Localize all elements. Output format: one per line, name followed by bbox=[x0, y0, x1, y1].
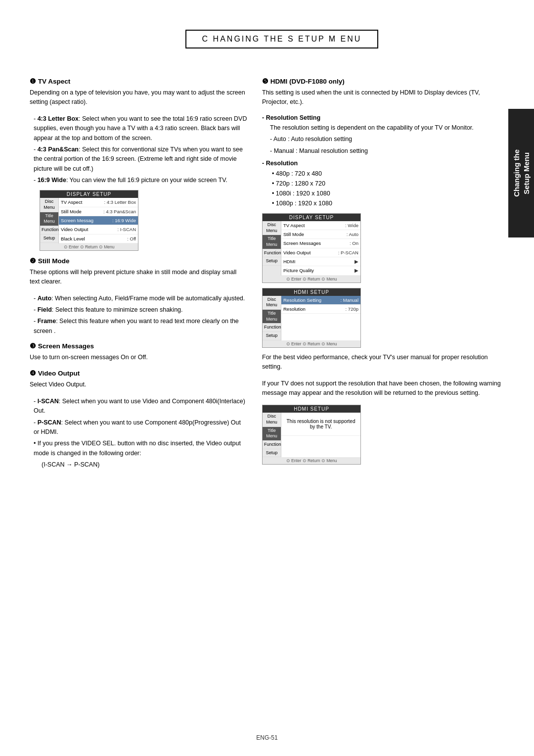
display-row-2: Still Mode : 4:3 Pan&Scan bbox=[59, 207, 138, 216]
sidebar-setup: Setup bbox=[40, 235, 58, 243]
hdmi-warn-body: DiscMenu TitleMenu Function Setup This r… bbox=[263, 413, 360, 457]
tv-aspect-bullet-3: - 16:9 Wide: You can view the full 16:9 … bbox=[34, 176, 247, 185]
still-mode-title: ❷ Still Mode bbox=[30, 257, 247, 265]
section-hdmi: ❺ HDMI (DVD-F1080 only) This setting is … bbox=[262, 77, 504, 465]
display-table-2-body: DiscMenu TitleMenu Function Setup TV Asp… bbox=[263, 221, 360, 276]
warning-text: If your TV does not support the resoluti… bbox=[262, 379, 504, 398]
res-1080i: • 1080i : 1920 x 1080 bbox=[272, 189, 504, 198]
ht-function: Function bbox=[263, 324, 281, 332]
resolution-auto: - Auto : Auto resolution setting bbox=[270, 135, 504, 144]
hw-function: Function bbox=[263, 441, 281, 449]
still-mode-bullet-3: - Frame: Select this feature when you wa… bbox=[34, 317, 247, 336]
tv-aspect-bullet-1: - 4:3 Letter Box: Select when you want t… bbox=[34, 114, 247, 143]
left-column: ❶ TV Aspect Depending on a type of telev… bbox=[30, 77, 247, 475]
video-output-extra-1: • If you press the VIDEO SEL. button wit… bbox=[34, 439, 247, 458]
hdmi-row-2: Resolution : 720p bbox=[281, 305, 360, 314]
side-tab: Changing theSetup Menu bbox=[508, 109, 534, 237]
tv-aspect-body: Depending on a type of television you ha… bbox=[30, 88, 247, 107]
display-table-1-body: DiscMenu TitleMenu Function Setup TV Asp… bbox=[40, 198, 138, 243]
display-table-1: DISPLAY SETUP DiscMenu TitleMenu Functio… bbox=[40, 190, 138, 250]
hdmi-warn-table: HDMI SETUP DiscMenu TitleMenu Function S… bbox=[262, 405, 361, 465]
hdmi-setup-content: Resolution Setting : Manual Resolution :… bbox=[281, 296, 360, 340]
display-row-4: Video Output : I-SCAN bbox=[59, 225, 138, 234]
resolution-setting-body: The resolution setting is dependent on t… bbox=[270, 123, 504, 133]
tv-aspect-title: ❶ TV Aspect bbox=[30, 77, 247, 85]
hdmi-warn-footer: ⊙ Enter ⊙ Return ⊙ Menu bbox=[263, 457, 360, 464]
display-row-1: TV Aspect : 4:3 Letter Box bbox=[59, 198, 138, 207]
dt2-row-2: Still Mode : Auto bbox=[281, 230, 360, 239]
hdmi-table-sidebar: DiscMenu TitleMenu Function Setup bbox=[263, 296, 281, 340]
hdmi-warn-header: HDMI SETUP bbox=[263, 405, 360, 413]
dt2-row-4: Video Output : P-SCAN bbox=[281, 248, 360, 257]
page-number: ENG-51 bbox=[256, 734, 277, 741]
video-output-body: Select Video Output. bbox=[30, 380, 247, 389]
dt2-disc-menu: DiscMenu bbox=[263, 221, 281, 235]
section-tv-aspect: ❶ TV Aspect Depending on a type of telev… bbox=[30, 77, 247, 251]
dt2-row-1: TV Aspect : Wide bbox=[281, 221, 360, 230]
screen-messages-body: Use to turn on-screen messages On or Off… bbox=[30, 353, 247, 362]
display-table-2-header: DISPLAY SETUP bbox=[263, 214, 360, 221]
hw-setup: Setup bbox=[263, 449, 281, 458]
display-row-3: Screen Messag : 16:9 Wide bbox=[59, 216, 138, 225]
sidebar-disc-menu: DiscMenu bbox=[40, 198, 58, 212]
video-output-bullet-2: - P-SCAN: Select when you want to use Co… bbox=[34, 418, 247, 437]
side-tab-text: Changing theSetup Menu bbox=[512, 149, 531, 197]
ht-setup: Setup bbox=[263, 332, 281, 340]
hw-title-menu: TitleMenu bbox=[263, 427, 281, 441]
still-mode-bullet-1: - Auto: When selecting Auto, Field/Frame… bbox=[34, 294, 247, 303]
display-table-2-content: TV Aspect : Wide Still Mode : Auto Scree… bbox=[281, 221, 360, 276]
screen-messages-title: ❸ Screen Messages bbox=[30, 342, 247, 350]
ht-disc-menu: DiscMenu bbox=[263, 296, 281, 310]
video-output-title: ❹ Video Output bbox=[30, 369, 247, 377]
res-720p: • 720p : 1280 x 720 bbox=[272, 179, 504, 189]
ht-title-menu: TitleMenu bbox=[263, 310, 281, 324]
dt2-row-6: Picture Quality ▶ bbox=[281, 266, 360, 275]
hdmi-row-1: Resolution Setting : Manual bbox=[281, 296, 360, 305]
section-screen-messages: ❸ Screen Messages Use to turn on-screen … bbox=[30, 342, 247, 362]
hdmi-body: This setting is used when the unit is co… bbox=[262, 88, 504, 107]
page-title: C HANGING THE S ETUP M ENU bbox=[202, 35, 362, 43]
display-table-2-footer: ⊙ Enter ⊙ Return ⊙ Menu bbox=[263, 276, 360, 283]
resolution-setting-title: - Resolution Setting bbox=[262, 114, 504, 121]
hdmi-setup-body: DiscMenu TitleMenu Function Setup Resolu… bbox=[263, 296, 360, 340]
title-box: C HANGING THE S ETUP M ENU bbox=[185, 30, 379, 48]
display-table-1-footer: ⊙ Enter ⊙ Return ⊙ Menu bbox=[40, 243, 138, 250]
display-table-2-sidebar: DiscMenu TitleMenu Function Setup bbox=[263, 221, 281, 276]
dt2-setup: Setup bbox=[263, 257, 281, 266]
sidebar-function: Function bbox=[40, 226, 58, 235]
hdmi-setup-footer: ⊙ Enter ⊙ Return ⊙ Menu bbox=[263, 340, 360, 347]
hw-sidebar: DiscMenu TitleMenu Function Setup bbox=[263, 413, 281, 457]
hdmi-title: ❺ HDMI (DVD-F1080 only) bbox=[262, 77, 504, 85]
hdmi-warn-content: This resolution is not supported by the … bbox=[281, 413, 360, 457]
resolution-title: - Resolution bbox=[262, 160, 504, 167]
video-output-extra-2: (I-SCAN → P-SCAN) bbox=[42, 460, 247, 470]
dt2-function: Function bbox=[263, 249, 281, 258]
display-table-1-header: DISPLAY SETUP bbox=[40, 190, 138, 198]
res-1080p: • 1080p : 1920 x 1080 bbox=[272, 198, 504, 208]
display-table-2: DISPLAY SETUP DiscMenu TitleMenu Functio… bbox=[262, 213, 361, 283]
right-column: ❺ HDMI (DVD-F1080 only) This setting is … bbox=[262, 77, 504, 475]
content-area: ❶ TV Aspect Depending on a type of telev… bbox=[30, 77, 504, 475]
still-mode-body: These options will help prevent picture … bbox=[30, 268, 247, 287]
after-tables-text: For the best video performance, check yo… bbox=[262, 353, 504, 372]
sidebar-title-menu: TitleMenu bbox=[40, 212, 58, 226]
warn-message: This resolution is not supported by the … bbox=[281, 413, 360, 436]
section-video-output: ❹ Video Output Select Video Output. - I-… bbox=[30, 369, 247, 470]
hdmi-setup-table: HDMI SETUP DiscMenu TitleMenu Function S… bbox=[262, 288, 361, 348]
dt2-row-5: HDMI ▶ bbox=[281, 257, 360, 266]
dt2-row-3: Screen Messages : On bbox=[281, 239, 360, 248]
display-table-1-content: TV Aspect : 4:3 Letter Box Still Mode : … bbox=[59, 198, 138, 243]
still-mode-bullet-2: - Field: Select this feature to minimize… bbox=[34, 305, 247, 315]
tv-aspect-number: ❶ bbox=[30, 78, 38, 85]
display-row-5: Black Level : Off bbox=[59, 235, 138, 243]
section-still-mode: ❷ Still Mode These options will help pre… bbox=[30, 257, 247, 336]
display-table-1-sidebar: DiscMenu TitleMenu Function Setup bbox=[40, 198, 59, 243]
page-footer: ENG-51 bbox=[0, 734, 534, 741]
resolution-manual: - Manual : Manual resolution setting bbox=[270, 146, 504, 156]
dt2-title-menu: TitleMenu bbox=[263, 235, 281, 249]
hw-disc-menu: DiscMenu bbox=[263, 413, 281, 426]
tv-aspect-bullet-2: - 4:3 Pan&Scan: Select this for conventi… bbox=[34, 145, 247, 174]
hdmi-setup-header: HDMI SETUP bbox=[263, 288, 360, 296]
video-output-bullet-1: - I-SCAN: Select when you want to use Vi… bbox=[34, 397, 247, 416]
res-480p: • 480p : 720 x 480 bbox=[272, 169, 504, 179]
